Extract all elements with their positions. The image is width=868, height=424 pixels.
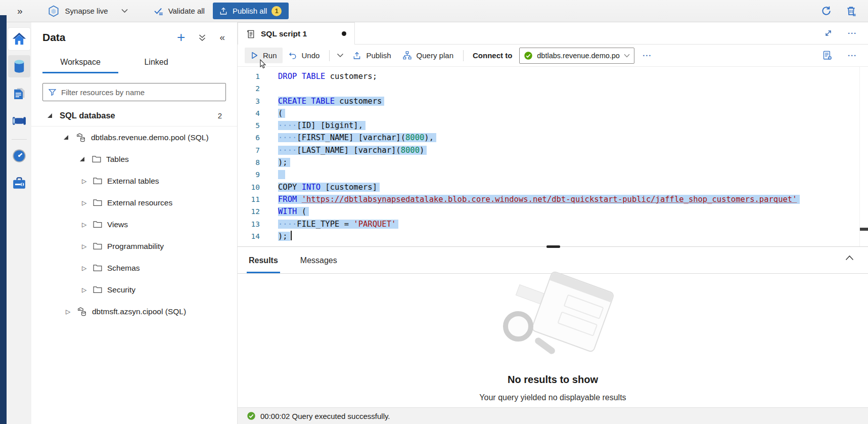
manage-icon[interactable] [8,172,30,194]
code-line[interactable]: 3CREATE TABLE customers [238,95,868,107]
trash-icon[interactable] [845,5,857,17]
code-line[interactable]: 6····[FIRST_NAME] [varchar](8000), [238,132,868,144]
validate-all-label: Validate all [168,7,205,15]
tree-item-tables[interactable]: Tables [31,148,237,170]
tree-item-schemas[interactable]: ▷Schemas [31,257,237,279]
folder-icon [93,221,102,228]
tree-item-security[interactable]: ▷Security [31,279,237,301]
chevron-down-icon [624,54,630,58]
undo-split-chevron-icon[interactable] [334,50,347,61]
tree-item-programmability[interactable]: ▷Programmability [31,235,237,257]
expand-arrow-icon[interactable]: ▷ [81,286,87,293]
line-number: 4 [238,107,264,119]
collapse-arrow-icon[interactable] [80,157,84,161]
tree-item-views[interactable]: ▷Views [31,214,237,235]
tab-messages[interactable]: Messages [298,256,339,273]
refresh-icon[interactable] [820,5,832,17]
sql-script-pane: SQL script 1 ··· Run Undo [238,22,868,424]
monitor-icon[interactable] [8,145,30,167]
code-line[interactable]: 10COPY INTO [customers] [238,181,868,193]
add-resource-button[interactable]: + [177,32,185,43]
code-line[interactable]: 11FROM 'https://dbtlabsynapsedatalake.bl… [238,193,868,205]
collapse-results-icon[interactable] [845,255,854,261]
code-line[interactable]: 8); [238,156,868,168]
code-line[interactable]: 14); [238,230,868,242]
code-line[interactable]: 2 [238,82,868,95]
editor-scrollbar[interactable] [859,67,860,246]
tab-linked[interactable]: Linked [118,54,194,73]
code-text: ); [264,156,290,168]
tree-item-external-tables[interactable]: ▷External tables [31,170,237,192]
panel-title: Data [42,31,66,44]
code-line[interactable]: 7····[LAST_NAME] [varchar](8000) [238,144,868,156]
code-editor[interactable]: 1DROP TABLE customers;23CREATE TABLE cus… [238,67,868,246]
code-line[interactable]: 5····[ID] [bigint], [238,119,868,132]
expand-arrow-icon[interactable]: ▷ [81,221,87,228]
publish-all-label: Publish all [233,7,267,15]
tree-item-label: dbtmsft.azsyn.cipool (SQL) [92,307,186,316]
resize-handle[interactable] [546,245,560,248]
publish-icon [352,51,361,60]
expand-pane-icon[interactable] [824,29,833,37]
tab-title: SQL script 1 [261,29,307,38]
line-number: 11 [238,193,264,205]
expand-arrow-icon[interactable]: ▷ [65,308,71,315]
run-button[interactable]: Run [245,48,283,63]
code-line[interactable]: 1DROP TABLE customers; [238,70,868,82]
expand-nav-icon[interactable]: » [17,6,23,17]
validate-all-button[interactable]: Validate all [153,6,205,16]
publish-button[interactable]: Publish [347,48,396,64]
results-panel: No results to show Your query yielded no… [238,273,868,407]
publish-all-button[interactable]: Publish all 1 [213,3,289,19]
undo-button[interactable]: Undo [283,48,326,64]
expand-arrow-icon[interactable]: ▷ [81,199,87,206]
empty-state-subtitle: Your query yielded no displayable result… [479,393,626,402]
tree-item-label: Tables [106,155,129,164]
activity-bar [7,22,31,424]
data-icon[interactable] [8,55,30,77]
code-line[interactable]: 13····FILE_TYPE = 'PARQUET' [238,218,868,230]
tab-results[interactable]: Results [247,256,280,273]
code-line[interactable]: 12WITH ( [238,205,868,218]
editor-scrollbar-thumb[interactable] [860,228,868,231]
connection-value: dbtlabs.revenue.demo.pool [537,52,620,60]
editor-more-icon[interactable]: ··· [848,51,857,60]
develop-icon[interactable] [8,82,30,105]
tab-more-icon[interactable]: ··· [848,29,857,37]
query-plan-button[interactable]: Query plan [397,47,459,64]
chevron-down-icon[interactable] [121,9,128,13]
folder-icon [93,286,102,293]
tree-item-dbtlabs-revenue-demo-pool-sql[interactable]: dbtlabs.revenue.demo.pool (SQL) [31,126,237,148]
tab-workspace[interactable]: Workspace [42,54,118,73]
tab-sql-script-1[interactable]: SQL script 1 [238,22,355,45]
connection-dropdown[interactable]: dbtlabs.revenue.demo.pool [519,48,634,64]
collapse-arrow-icon[interactable] [64,135,68,140]
connect-to-label: Connect to [473,51,512,60]
tree-item-dbtmsft-azsyn-cipool-sql[interactable]: ▷dbtmsft.azsyn.cipool (SQL) [31,301,237,322]
expand-arrow-icon[interactable]: ▷ [81,178,87,185]
code-line[interactable]: 4( [238,107,868,119]
collapse-panel-icon[interactable]: « [219,32,225,43]
tree-item-sql-database[interactable]: SQL database2 [31,105,237,126]
undo-icon [288,51,297,60]
collapse-all-icon[interactable] [199,34,206,41]
properties-icon[interactable] [822,50,833,61]
tree-item-label: SQL database [60,111,115,120]
collapse-arrow-icon[interactable] [48,113,52,118]
line-number: 14 [238,230,264,242]
synapse-logo-icon [47,5,60,18]
code-text: ····[FIRST_NAME] [varchar](8000), [264,132,436,144]
code-line[interactable]: 9 [238,168,868,181]
home-icon[interactable] [8,28,30,50]
integrate-icon[interactable] [8,110,30,132]
tree-item-external-resources[interactable]: ▷External resources [31,192,237,214]
filter-input[interactable] [61,88,220,97]
tree-item-label: Views [107,220,128,229]
toolbar-more-icon[interactable]: ··· [643,51,652,60]
tree-item-label: External resources [107,198,172,207]
magnifier-icon [503,311,533,342]
top-command-bar: » Synapse live Validate all Publish all … [0,0,868,22]
mode-selector-label[interactable]: Synapse live [65,7,108,15]
expand-arrow-icon[interactable]: ▷ [81,243,87,250]
expand-arrow-icon[interactable]: ▷ [81,265,87,272]
